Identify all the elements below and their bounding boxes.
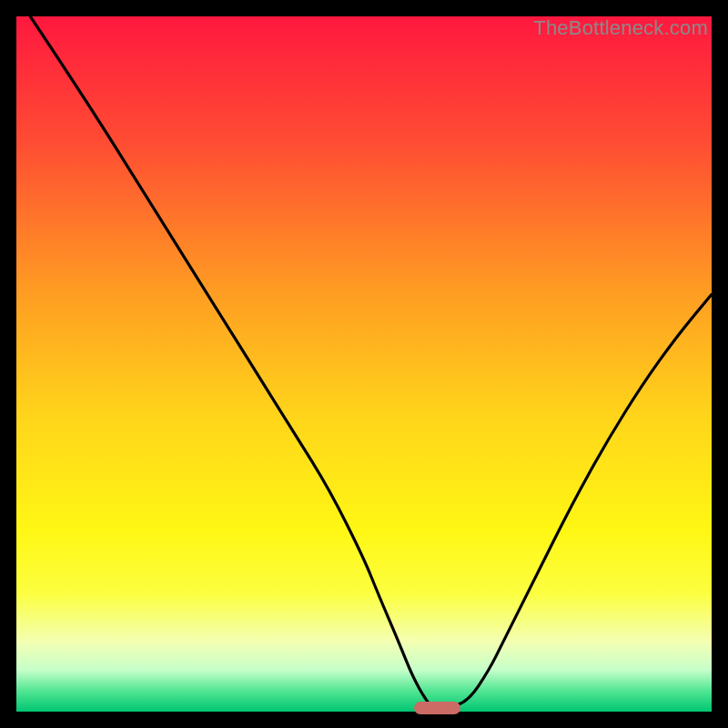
attribution-text: TheBottleneck.com	[533, 16, 708, 40]
chart-plot	[16, 16, 712, 712]
optimal-marker	[414, 702, 460, 714]
gradient-background	[16, 16, 712, 712]
chart-container: TheBottleneck.com	[16, 16, 712, 712]
